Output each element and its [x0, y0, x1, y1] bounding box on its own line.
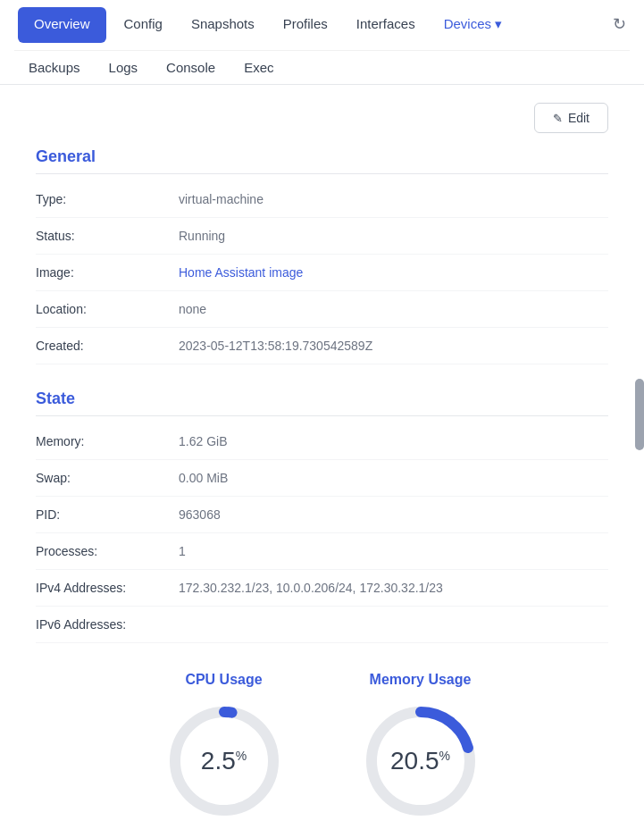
- table-row: Type: virtual-machine: [36, 181, 608, 218]
- refresh-button[interactable]: ↻: [606, 11, 633, 38]
- general-section: General Type: virtual-machine Status: Ru…: [36, 147, 608, 364]
- edit-icon: ✎: [553, 112, 563, 125]
- tab-overview[interactable]: Overview: [18, 7, 106, 43]
- field-label: Swap:: [36, 460, 179, 497]
- tab-logs[interactable]: Logs: [95, 51, 153, 84]
- cpu-chart-label: CPU Usage: [185, 672, 262, 688]
- general-divider: [36, 173, 608, 174]
- field-label: IPv4 Addresses:: [36, 570, 179, 607]
- field-label: IPv6 Addresses:: [36, 607, 179, 643]
- field-value: 963068: [179, 497, 608, 533]
- memory-chart-container: Memory Usage 20.5%: [358, 672, 483, 824]
- state-table: Memory: 1.62 GiB Swap: 0.00 MiB PID: 963…: [36, 423, 608, 643]
- tab-interfaces[interactable]: Interfaces: [342, 2, 430, 48]
- memory-value: 20.5%: [390, 747, 450, 775]
- top-navigation: Overview Config Snapshots Profiles Inter…: [0, 0, 644, 85]
- field-label: Type:: [36, 181, 179, 218]
- field-value: [179, 607, 608, 643]
- nav-row1: Overview Config Snapshots Profiles Inter…: [14, 0, 630, 50]
- table-row: Status: Running: [36, 218, 608, 255]
- memory-chart-label: Memory Usage: [370, 672, 472, 688]
- field-value: 0.00 MiB: [179, 460, 608, 497]
- table-row: Memory: 1.62 GiB: [36, 423, 608, 460]
- table-row: Created: 2023-05-12T13:58:19.730542589Z: [36, 328, 608, 364]
- tab-devices[interactable]: Devices ▾: [430, 2, 517, 49]
- table-row: IPv4 Addresses: 172.30.232.1/23, 10.0.0.…: [36, 570, 608, 607]
- charts-row: CPU Usage 2.5% Memory Usage: [36, 672, 608, 829]
- table-row: PID: 963068: [36, 497, 608, 533]
- scrollbar[interactable]: [635, 379, 644, 450]
- tab-profiles[interactable]: Profiles: [269, 2, 342, 48]
- table-row: Swap: 0.00 MiB: [36, 460, 608, 497]
- state-title: State: [36, 389, 608, 408]
- edit-button[interactable]: ✎ Edit: [534, 103, 608, 133]
- field-label: Processes:: [36, 533, 179, 570]
- tab-snapshots[interactable]: Snapshots: [177, 2, 269, 48]
- field-value: virtual-machine: [179, 181, 608, 218]
- tab-config[interactable]: Config: [110, 2, 177, 48]
- cpu-donut: 2.5%: [162, 699, 287, 824]
- memory-number: 20.5: [390, 747, 439, 775]
- field-label: PID:: [36, 497, 179, 533]
- edit-label: Edit: [568, 111, 590, 125]
- edit-button-row: ✎ Edit: [36, 103, 608, 133]
- table-row: Location: none: [36, 291, 608, 328]
- cpu-value: 2.5%: [201, 747, 247, 775]
- state-section: State Memory: 1.62 GiB Swap: 0.00 MiB PI…: [36, 389, 608, 643]
- general-title: General: [36, 147, 608, 166]
- field-value: 1: [179, 533, 608, 570]
- tab-console[interactable]: Console: [152, 51, 230, 84]
- cpu-unit: %: [236, 749, 247, 763]
- general-table: Type: virtual-machine Status: Running Im…: [36, 181, 608, 364]
- field-label: Created:: [36, 328, 179, 364]
- field-label: Status:: [36, 218, 179, 255]
- state-divider: [36, 415, 608, 416]
- table-row: IPv6 Addresses:: [36, 607, 608, 643]
- memory-donut: 20.5%: [358, 699, 483, 824]
- cpu-number: 2.5: [201, 747, 236, 775]
- field-value: 2023-05-12T13:58:19.730542589Z: [179, 328, 608, 364]
- cpu-chart-container: CPU Usage 2.5%: [162, 672, 287, 824]
- nav-row2: Backups Logs Console Exec: [14, 50, 630, 84]
- field-label: Memory:: [36, 423, 179, 460]
- main-content: ✎ Edit General Type: virtual-machine Sta…: [0, 85, 644, 829]
- field-value: 172.30.232.1/23, 10.0.0.206/24, 172.30.3…: [179, 570, 608, 607]
- field-label: Location:: [36, 291, 179, 328]
- field-value: none: [179, 291, 608, 328]
- field-value-link[interactable]: Home Assistant image: [179, 255, 608, 291]
- field-value: Running: [179, 218, 608, 255]
- tab-exec[interactable]: Exec: [230, 51, 288, 84]
- field-value: 1.62 GiB: [179, 423, 608, 460]
- memory-unit: %: [439, 749, 450, 763]
- field-label: Image:: [36, 255, 179, 291]
- table-row: Image: Home Assistant image: [36, 255, 608, 291]
- table-row: Processes: 1: [36, 533, 608, 570]
- tab-backups[interactable]: Backups: [14, 51, 95, 84]
